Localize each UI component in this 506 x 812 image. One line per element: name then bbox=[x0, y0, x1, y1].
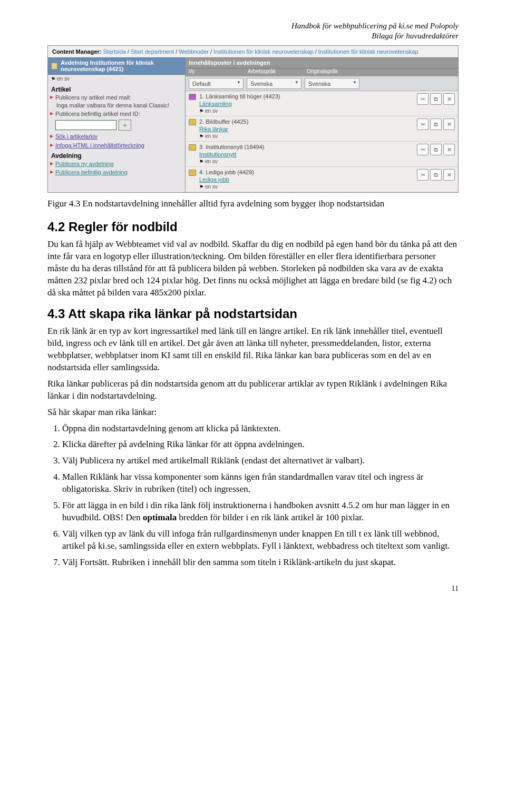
col-originalsprak: Originalspråk bbox=[307, 68, 338, 74]
action-copy-button[interactable]: ⧉ bbox=[430, 169, 442, 181]
col-vy: Vy bbox=[189, 68, 241, 74]
action-copy-button[interactable]: ⧉ bbox=[430, 118, 442, 130]
left-section-title: Avdelning Institutionen för klinisk neur… bbox=[61, 60, 182, 72]
section-4-3-p1: En rik länk är en typ av kort ingressart… bbox=[47, 325, 459, 374]
content-list: 1. Länksamling till höger (4423) Länksam… bbox=[186, 91, 458, 192]
step-item: Välj Publicera ny artikel med artikelmal… bbox=[62, 455, 459, 467]
list-item: 3. Institutionsnytt (18494) Institutions… bbox=[186, 142, 458, 167]
breadcrumb-item[interactable]: Start department bbox=[131, 48, 174, 55]
item-link[interactable]: Rika länkar bbox=[199, 126, 228, 132]
folder-icon bbox=[51, 63, 57, 70]
publicera-ny-artikel-label: Publicera ny artikel med mall: bbox=[55, 94, 131, 101]
action-cut-button[interactable]: ✂ bbox=[417, 118, 429, 130]
item-title: 3. Institutionsnytt (18494) bbox=[199, 144, 414, 151]
step-item: Klicka därefter på avdelning Rika länkar… bbox=[62, 439, 459, 451]
action-copy-button[interactable]: ⧉ bbox=[430, 93, 442, 105]
item-link[interactable]: Länksamling bbox=[199, 101, 232, 107]
step-item: För att lägga in en bild i din rika länk… bbox=[62, 500, 459, 524]
left-section-header: Avdelning Institutionen för klinisk neur… bbox=[48, 57, 185, 75]
select-originalsprak[interactable]: Svenska bbox=[305, 78, 359, 89]
folder-icon bbox=[189, 93, 196, 101]
no-template-info: Inga mallar valbara för denna kanal Clas… bbox=[55, 102, 182, 109]
publicera-ny-artikel[interactable]: Publicera ny artikel med mall: Inga mall… bbox=[48, 94, 185, 110]
sok-artikelarkiv-link[interactable]: Sök i artikelarkiv bbox=[55, 133, 98, 140]
infoga-html[interactable]: Infoga HTML i innehållsförteckning bbox=[48, 142, 185, 150]
breadcrumb-item[interactable]: Institutionen för klinisk neurovetenskap bbox=[318, 48, 419, 55]
select-arbetssprak[interactable]: Svenska bbox=[247, 78, 301, 89]
breadcrumb: Content Manager: Startsida / Start depar… bbox=[48, 46, 458, 58]
section-4-2-body: Du kan få hjälp av Webbteamet vid val av… bbox=[47, 239, 459, 299]
breadcrumb-item[interactable]: Startsida bbox=[103, 48, 126, 55]
item-title: 2. Bildbuffer (4425) bbox=[199, 118, 414, 126]
language-flags: en sv bbox=[199, 108, 414, 115]
action-cut-button[interactable]: ✂ bbox=[417, 169, 429, 181]
polopoly-screenshot: Content Manager: Startsida / Start depar… bbox=[47, 45, 459, 193]
right-column-headers: Vy Arbetsspråk Originalspråk bbox=[186, 68, 458, 76]
language-flags: en sv bbox=[199, 184, 414, 191]
folder-icon bbox=[189, 118, 196, 126]
artikel-id-input[interactable] bbox=[55, 120, 116, 130]
folder-icon bbox=[189, 169, 196, 176]
language-flags: en sv bbox=[48, 75, 185, 84]
language-flags: en sv bbox=[199, 133, 414, 140]
page-number: 11 bbox=[47, 585, 459, 593]
section-4-2-heading: 4.2 Regler för nodbild bbox=[47, 220, 459, 234]
header-meta-line1: Handbok för webbpublicering på ki.se med… bbox=[47, 21, 459, 31]
infoga-html-link[interactable]: Infoga HTML i innehållsförteckning bbox=[55, 142, 144, 148]
section-4-3-p3: Så här skapar man rika länkar: bbox=[47, 407, 459, 419]
list-item: 2. Bildbuffer (4425) Rika länkar en sv ✂… bbox=[186, 116, 458, 142]
artikel-heading: Artikel bbox=[48, 84, 185, 94]
publicera-ny-avdelning[interactable]: Publicera ny avdelning bbox=[48, 160, 185, 169]
item-title: 1. Länksamling till höger (4423) bbox=[199, 93, 414, 101]
list-item: 1. Länksamling till höger (4423) Länksam… bbox=[186, 91, 458, 116]
section-4-3-p2: Rika länkar publiceras på din nodstartsi… bbox=[47, 378, 459, 402]
publicera-ny-avdelning-link[interactable]: Publicera ny avdelning bbox=[55, 161, 114, 167]
right-section-title: Innehållsposter i avdelningen bbox=[189, 60, 270, 66]
folder-icon bbox=[189, 144, 196, 151]
action-copy-button[interactable]: ⧉ bbox=[430, 144, 442, 155]
action-delete-button[interactable]: ✕ bbox=[443, 118, 455, 130]
figure-caption: Figur 4.3 En nodstartavdelning innehålle… bbox=[47, 198, 459, 210]
avdelning-heading: Avdelning bbox=[48, 150, 185, 160]
item-title: 4. Lediga jobb (4429) bbox=[199, 169, 414, 176]
header-meta: Handbok för webbpublicering på ki.se med… bbox=[47, 21, 459, 41]
language-flags: en sv bbox=[199, 159, 414, 165]
publicera-befintlig-artikel: Publicera befintlig artikel med ID: bbox=[48, 110, 185, 118]
action-delete-button[interactable]: ✕ bbox=[443, 144, 455, 155]
right-section-header: Innehållsposter i avdelningen bbox=[186, 57, 458, 68]
breadcrumb-item[interactable]: Institutionen för klinisk neurovetenskap bbox=[213, 48, 314, 55]
action-cut-button[interactable]: ✂ bbox=[417, 93, 429, 105]
go-button[interactable]: » bbox=[119, 120, 131, 131]
steps-list: Öppna din nodstartavdelning genom att kl… bbox=[47, 423, 459, 569]
col-arbetssprak: Arbetsspråk bbox=[248, 68, 300, 74]
item-link[interactable]: Institutionsnytt bbox=[199, 151, 236, 157]
select-vy[interactable]: Default bbox=[189, 78, 244, 89]
list-item: 4. Lediga jobb (4429) Lediga jobb en sv … bbox=[186, 167, 458, 192]
action-delete-button[interactable]: ✕ bbox=[443, 169, 455, 181]
publicera-befintlig-avdelning[interactable]: Publicera befintlig avdelning bbox=[48, 169, 185, 177]
step-item: Välj Fortsätt. Rubriken i innehåll blir … bbox=[62, 557, 459, 569]
item-link[interactable]: Lediga jobb bbox=[199, 176, 229, 183]
action-delete-button[interactable]: ✕ bbox=[443, 93, 455, 105]
sok-artikelarkiv[interactable]: Sök i artikelarkiv bbox=[48, 133, 185, 141]
publicera-befintlig-avdelning-link[interactable]: Publicera befintlig avdelning bbox=[55, 169, 128, 175]
action-cut-button[interactable]: ✂ bbox=[417, 144, 429, 155]
breadcrumb-item[interactable]: Webbnoder bbox=[179, 48, 209, 55]
section-4-3-heading: 4.3 Att skapa rika länkar på nodstartsid… bbox=[47, 306, 459, 321]
header-meta-line2: Bilaga för huvudredaktörer bbox=[47, 31, 459, 41]
step-item: Öppna din nodstartavdelning genom att kl… bbox=[62, 423, 459, 435]
breadcrumb-label: Content Manager: bbox=[52, 48, 102, 55]
step-item: Mallen Riklänk har vissa komponenter som… bbox=[62, 471, 459, 496]
step-item: Välj vilken typ av länk du vill infoga f… bbox=[62, 528, 459, 552]
